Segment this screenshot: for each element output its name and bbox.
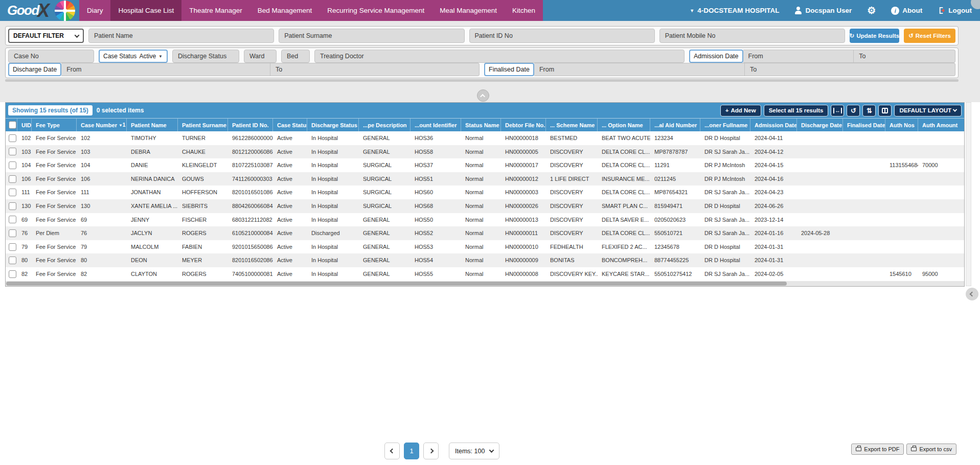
cell-discharge-date: 2024-05-28 xyxy=(797,226,843,240)
row-checkbox[interactable] xyxy=(9,229,16,237)
select-all-checkbox[interactable] xyxy=(6,119,17,131)
horizontal-scrollbar-thumb[interactable] xyxy=(6,282,787,286)
admission-date-from-input[interactable] xyxy=(743,50,854,63)
columns-button[interactable] xyxy=(878,105,892,117)
row-checkbox[interactable] xyxy=(9,189,16,196)
add-new-button[interactable]: + Add New xyxy=(720,105,761,117)
export-pdf-button[interactable]: Export to PDF xyxy=(851,444,904,455)
col-header-status-name[interactable]: Status Name xyxy=(461,119,501,131)
filter-panel: DEFAULT FILTER ↻ Update Results ↺ Reset … xyxy=(0,21,980,102)
about-button[interactable]: i About xyxy=(891,7,922,15)
nav-item-recurring-service-management[interactable]: Recurring Service Management xyxy=(320,0,432,21)
header-checkbox[interactable] xyxy=(9,121,16,129)
side-panel-toggle[interactable] xyxy=(966,288,978,300)
horizontal-scrollbar[interactable] xyxy=(6,281,964,286)
table-row[interactable]: 82Fee For Service82CLAYTONROGERS74051000… xyxy=(6,267,964,281)
patient-mobile-input[interactable] xyxy=(659,29,845,43)
discharge-date-to-input[interactable] xyxy=(270,63,480,76)
export-buttons: Export to PDF Export to csv xyxy=(851,444,956,455)
row-checkbox[interactable] xyxy=(9,161,16,169)
reset-grid-button[interactable]: ↺ xyxy=(847,105,860,117)
reset-filters-button[interactable]: ↺ Reset Filters xyxy=(904,29,955,43)
col-header-discharge-date[interactable]: Discharge Date xyxy=(797,119,843,131)
table-row[interactable]: 111Fee For Service111JONATHANHOFFERSON82… xyxy=(6,185,964,199)
case-no-input[interactable] xyxy=(8,50,94,63)
col-header-auth-amount[interactable]: Auth Amount xyxy=(918,119,964,131)
table-row[interactable]: 104Fee For Service104DANIEKLEINGELDT8107… xyxy=(6,158,964,172)
col-header-patient-surname[interactable]: Patient Surname xyxy=(178,119,228,131)
nav-item-bed-management[interactable]: Bed Management xyxy=(250,0,320,21)
col-header-oner-fullname[interactable]: ...oner Fullname xyxy=(700,119,750,131)
discharge-status-input[interactable] xyxy=(172,50,239,63)
sort-button[interactable]: ⇅ xyxy=(862,105,876,117)
col-header-debtor-file-no[interactable]: Debtor File No. xyxy=(501,119,546,131)
row-checkbox[interactable] xyxy=(9,148,16,155)
nav-item-kitchen[interactable]: Kitchen xyxy=(505,0,543,21)
col-header-case-number[interactable]: Case Number▼1 xyxy=(77,119,127,131)
patient-surname-input[interactable] xyxy=(279,29,464,43)
table-row[interactable]: 130Fee For Service130XANTE AMELIA ...SIE… xyxy=(6,199,964,213)
table-row[interactable]: 102Fee For Service102TIMOTHYTURNER961228… xyxy=(6,131,964,145)
update-results-button[interactable]: ↻ Update Results xyxy=(850,29,899,43)
table-row[interactable]: 76Per Diem76JACLYNROGERS6105210000084Act… xyxy=(6,226,964,240)
col-header-ount-identifier[interactable]: ...ount Identifier xyxy=(411,119,461,131)
row-checkbox[interactable] xyxy=(9,257,16,264)
row-checkbox[interactable] xyxy=(9,134,16,142)
collapse-filters-button[interactable] xyxy=(477,89,489,102)
col-header-pe-description[interactable]: ...pe Description xyxy=(359,119,411,131)
prev-page-button[interactable] xyxy=(384,443,400,459)
case-status-select[interactable]: Case Status Active ▼ xyxy=(99,50,168,63)
items-per-page-select[interactable]: Items: 100 xyxy=(449,443,499,459)
col-header-admission-date[interactable]: Admission Date xyxy=(750,119,797,131)
finalised-date-to-input[interactable] xyxy=(745,63,955,76)
patient-name-input[interactable] xyxy=(88,29,274,43)
row-checkbox[interactable] xyxy=(9,243,16,251)
discharge-date-from-input[interactable] xyxy=(61,63,270,76)
col-header-finalised-date[interactable]: Finalised Date xyxy=(843,119,885,131)
ward-input[interactable] xyxy=(244,50,277,63)
column-resize-button[interactable]: ↔ xyxy=(831,105,844,117)
col-header-discharge-status[interactable]: Discharge Status xyxy=(307,119,359,131)
table-row[interactable]: 106Fee For Service106NERINA DANICAGOUWS7… xyxy=(6,172,964,186)
export-csv-button[interactable]: Export to csv xyxy=(906,444,956,455)
row-checkbox[interactable] xyxy=(9,270,16,278)
table-row[interactable]: 103Fee For Service103DEBRACHAUKE80121200… xyxy=(6,145,964,159)
page-1-button[interactable]: 1 xyxy=(404,443,419,459)
col-header-case-status[interactable]: Case Status xyxy=(273,119,307,131)
settings-button[interactable]: ⚙ xyxy=(867,6,876,15)
chevron-left-icon xyxy=(390,449,395,454)
row-checkbox[interactable] xyxy=(9,175,16,183)
col-header-patient-name[interactable]: Patient Name xyxy=(127,119,178,131)
treating-doctor-input[interactable] xyxy=(314,50,685,63)
filter-preset-select[interactable]: DEFAULT FILTER xyxy=(8,29,84,43)
filter-row-2: Case Status Active ▼ Admission Date xyxy=(8,50,955,63)
table-row[interactable]: 80Fee For Service80DEONMEYER820101650208… xyxy=(6,253,964,267)
col-header-patient-id-no[interactable]: Patient ID No. xyxy=(228,119,273,131)
col-header-auth-nos[interactable]: Auth Nos xyxy=(885,119,918,131)
col-header-option-name[interactable]: ... Option Name xyxy=(598,119,650,131)
nav-item-meal-management[interactable]: Meal Management xyxy=(432,0,505,21)
table-row[interactable]: 69Fee For Service69JENNYFISCHER680312211… xyxy=(6,213,964,227)
next-page-button[interactable] xyxy=(423,443,439,459)
hospital-selector[interactable]: ▼ 4-DOCSTEAM HOSPITAL xyxy=(690,7,779,14)
col-header-uid[interactable]: UID xyxy=(17,119,32,131)
admission-date-to-input[interactable] xyxy=(854,50,955,63)
col-header-al-aid-number[interactable]: ...al Aid Number xyxy=(650,119,700,131)
nav-item-hospital-case-list[interactable]: Hospital Case List xyxy=(110,0,181,21)
finalised-date-from-input[interactable] xyxy=(534,63,745,76)
select-all-button[interactable]: Select all 15 results xyxy=(764,105,829,117)
nav-item-theatre-manager[interactable]: Theatre Manager xyxy=(181,0,250,21)
logout-button[interactable]: Logout xyxy=(938,7,972,14)
col-header-fee-type[interactable]: Fee Type xyxy=(32,119,77,131)
cell-finalised-date xyxy=(843,131,885,145)
user-menu[interactable]: Docspan User xyxy=(794,7,852,14)
row-checkbox[interactable] xyxy=(9,216,16,223)
bed-input[interactable] xyxy=(281,50,310,63)
table-row[interactable]: 79Fee For Service79MALCOLMFABIEN92010156… xyxy=(6,240,964,254)
col-header-scheme-name[interactable]: ... Scheme Name xyxy=(546,119,598,131)
vertical-scrollbar[interactable] xyxy=(966,102,971,286)
row-checkbox[interactable] xyxy=(9,202,16,210)
nav-item-diary[interactable]: Diary xyxy=(79,0,111,21)
patient-id-input[interactable] xyxy=(469,29,655,43)
layout-select[interactable]: DEFAULT LAYOUT xyxy=(894,105,962,117)
